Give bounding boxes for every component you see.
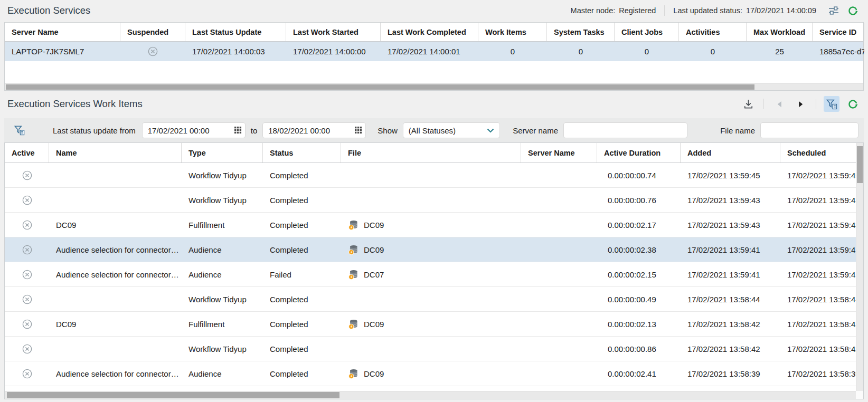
cell-scheduled: 17/02/2021 13:58:39 bbox=[780, 386, 863, 391]
column-header-file[interactable]: File bbox=[341, 143, 521, 162]
cell-file: DC07 bbox=[341, 386, 521, 391]
cell-suspended-icon bbox=[120, 42, 185, 61]
column-header-status[interactable]: Status bbox=[263, 143, 341, 162]
date-to-input[interactable] bbox=[263, 126, 352, 135]
file-name-text: DC07 bbox=[364, 270, 384, 279]
column-header-work-items[interactable]: Work Items bbox=[478, 23, 547, 41]
cell-active-duration: 0.00:00:02.17 bbox=[597, 213, 681, 237]
work-item-row[interactable]: DC09FulfillmentCompleted DC090.00:00:02.… bbox=[5, 213, 863, 237]
cell-added: 17/02/2021 13:58:42 bbox=[681, 337, 780, 361]
cell-file bbox=[341, 163, 521, 187]
calendar-picker-icon[interactable] bbox=[231, 123, 245, 138]
cell-server-name bbox=[521, 237, 597, 262]
work-item-row[interactable]: Workflow TidyupCompleted0.00:00:00.7617/… bbox=[5, 188, 863, 213]
date-from-input[interactable] bbox=[143, 126, 231, 135]
cell-type: Audience bbox=[182, 361, 263, 386]
filter-panel-icon[interactable] bbox=[824, 96, 839, 112]
column-header-system-tasks[interactable]: System Tasks bbox=[547, 23, 615, 41]
column-header-name[interactable]: Name bbox=[49, 143, 182, 162]
calendar-picker-icon[interactable] bbox=[352, 123, 365, 138]
cell-name: Audience selection for connector… bbox=[49, 262, 182, 286]
cell-added: 17/02/2021 13:59:43 bbox=[681, 213, 780, 237]
cell-active-duration: 0.00:00:02.15 bbox=[597, 262, 681, 286]
scrollbar-thumb[interactable] bbox=[857, 146, 863, 183]
cell-name: DC09 bbox=[49, 213, 182, 237]
date-from-label: Last status update from bbox=[53, 126, 136, 135]
cell-added: 17/02/2021 13:59:45 bbox=[681, 163, 780, 187]
cell-added: 17/02/2021 13:59:43 bbox=[681, 188, 780, 212]
refresh-icon[interactable] bbox=[845, 3, 861, 18]
refresh-icon[interactable] bbox=[845, 96, 861, 112]
cell-active-icon bbox=[5, 361, 49, 386]
filter-list-icon bbox=[14, 125, 25, 136]
cell-status: Completed bbox=[263, 337, 341, 361]
cell-scheduled: 17/02/2021 13:58:42 bbox=[780, 312, 863, 336]
cancel-circle-icon bbox=[22, 220, 32, 230]
cell-name: Audience selection for connector… bbox=[49, 386, 182, 391]
execution-services-header: Execution Services Master node: Register… bbox=[0, 0, 868, 21]
status-select[interactable]: (All Statuses) bbox=[403, 122, 500, 138]
cell-name: Audience selection for connector… bbox=[49, 237, 182, 262]
previous-page-icon[interactable] bbox=[771, 96, 787, 112]
divider bbox=[816, 99, 816, 109]
server-name-input[interactable] bbox=[563, 122, 687, 138]
column-header-server-name[interactable]: Server Name bbox=[521, 143, 597, 162]
column-header-client-jobs[interactable]: Client Jobs bbox=[615, 23, 679, 41]
column-header-scheduled[interactable]: Scheduled bbox=[780, 143, 864, 162]
date-to-field bbox=[262, 122, 366, 138]
work-item-row[interactable]: Workflow TidyupCompleted0.00:00:00.4917/… bbox=[5, 287, 863, 312]
divider bbox=[763, 99, 764, 109]
column-header-suspended[interactable]: Suspended bbox=[120, 23, 185, 41]
next-page-icon[interactable] bbox=[792, 96, 808, 112]
column-header-service-id[interactable]: Service ID bbox=[813, 23, 864, 41]
column-header-last-status-update[interactable]: Last Status Update bbox=[185, 23, 286, 41]
column-header-server-name[interactable]: Server Name bbox=[5, 23, 120, 41]
column-header-last-work-completed[interactable]: Last Work Completed bbox=[381, 23, 478, 41]
column-header-activities[interactable]: Activities bbox=[679, 23, 747, 41]
page-title: Execution Services bbox=[7, 5, 90, 16]
scrollbar-thumb[interactable] bbox=[6, 84, 754, 90]
server-row[interactable]: LAPTOP-7JK7SML7 17/02/2021 14:00:0317/02… bbox=[5, 42, 863, 61]
cell-status: Completed bbox=[263, 213, 341, 237]
column-header-active[interactable]: Active bbox=[5, 143, 49, 162]
cell-active-icon bbox=[5, 386, 49, 391]
work-item-row[interactable]: Audience selection for connector…Audienc… bbox=[5, 262, 863, 287]
cell-max-workload: 25 bbox=[747, 42, 813, 61]
column-header-type[interactable]: Type bbox=[182, 143, 263, 162]
horizontal-scrollbar[interactable] bbox=[5, 391, 856, 399]
work-item-row[interactable]: DC09FulfillmentCompleted DC090.00:00:02.… bbox=[5, 312, 863, 337]
download-icon[interactable] bbox=[740, 96, 756, 112]
scrollbar-thumb[interactable] bbox=[7, 392, 339, 398]
database-file-icon bbox=[348, 219, 359, 231]
column-header-added[interactable]: Added bbox=[681, 143, 780, 162]
work-item-row[interactable]: Workflow TidyupCompleted0.00:00:00.8617/… bbox=[5, 337, 863, 361]
work-item-row[interactable]: Audience selection for connector…Audienc… bbox=[5, 386, 863, 391]
cell-type: Audience bbox=[182, 262, 263, 286]
file-name-label: File name bbox=[720, 126, 755, 135]
horizontal-scrollbar[interactable] bbox=[5, 83, 863, 90]
date-to-label: to bbox=[251, 126, 258, 135]
column-header-max-workload[interactable]: Max Workload bbox=[747, 23, 813, 41]
cell-file: DC09 bbox=[341, 213, 521, 237]
cell-name: DC09 bbox=[49, 312, 182, 336]
work-item-row[interactable]: Workflow TidyupCompleted0.00:00:00.7417/… bbox=[5, 163, 863, 188]
file-name-input[interactable] bbox=[760, 122, 858, 138]
work-item-row[interactable]: Audience selection for connector…Audienc… bbox=[5, 237, 863, 262]
cell-active-icon bbox=[5, 188, 49, 212]
master-node-value: Registered bbox=[619, 6, 656, 15]
work-item-row[interactable]: Audience selection for connector…Audienc… bbox=[5, 361, 863, 386]
cancel-circle-icon bbox=[22, 245, 32, 255]
cell-active-duration: 0.00:00:00.74 bbox=[597, 163, 681, 187]
settings-sliders-icon[interactable] bbox=[826, 3, 842, 18]
cell-type: Workflow Tidyup bbox=[182, 287, 263, 311]
cell-status: Completed bbox=[263, 361, 341, 386]
cell-status: Completed bbox=[263, 287, 341, 311]
cell-server-name bbox=[521, 287, 597, 311]
column-header-last-work-started[interactable]: Last Work Started bbox=[286, 23, 381, 41]
cell-active-duration: 0.00:00:02.16 bbox=[597, 386, 681, 391]
column-header-active-duration[interactable]: Active Duration bbox=[597, 143, 681, 162]
execution-services-page: { "colors": { "accent_blue": "#3c6f9c", … bbox=[0, 0, 868, 402]
work-items-filter-bar: Last status update from to Show (All Sta… bbox=[4, 118, 864, 142]
cell-active-duration: 0.00:00:02.13 bbox=[597, 312, 681, 336]
vertical-scrollbar[interactable] bbox=[856, 143, 863, 391]
